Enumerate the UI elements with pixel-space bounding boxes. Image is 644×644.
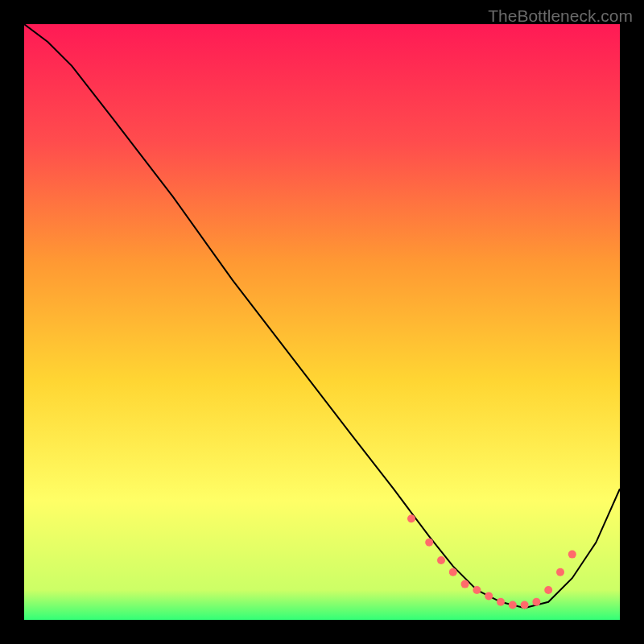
gradient-bg	[24, 24, 620, 620]
dot	[532, 598, 540, 606]
chart-svg	[24, 24, 620, 620]
dot	[461, 580, 469, 588]
dot	[509, 601, 517, 609]
chart-area	[24, 24, 620, 620]
dot	[407, 514, 415, 522]
dot	[449, 568, 457, 576]
dot	[521, 601, 529, 609]
dot	[568, 551, 576, 559]
dot	[425, 539, 433, 547]
dot	[473, 586, 481, 594]
dot	[437, 556, 445, 564]
dot	[485, 592, 493, 600]
dot	[544, 586, 552, 594]
dot	[497, 598, 505, 606]
dot	[556, 568, 564, 576]
watermark-label: TheBottleneck.com	[488, 6, 633, 26]
